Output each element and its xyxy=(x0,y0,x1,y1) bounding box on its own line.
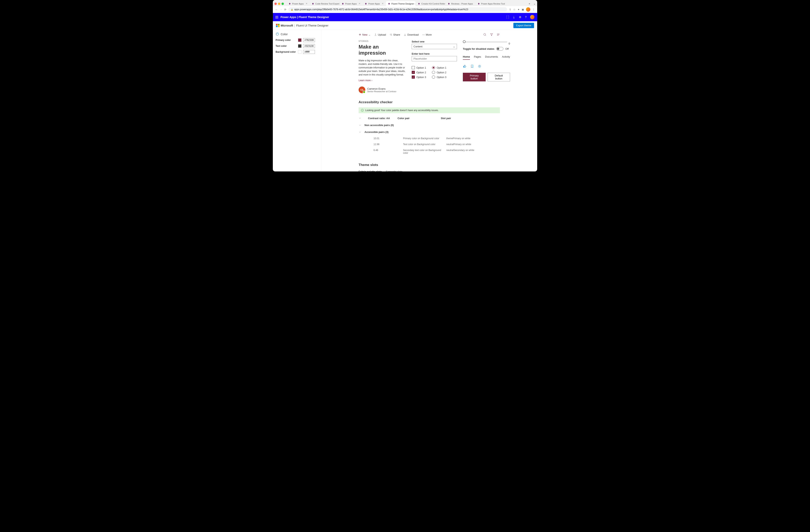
persona-name: Cameron Evans xyxy=(367,87,396,90)
bookmark-icon[interactable] xyxy=(470,65,474,68)
text-color-input[interactable] xyxy=(303,44,315,48)
pivot-tab[interactable]: Activity xyxy=(502,55,510,60)
browser-tab[interactable]: Reviews - Power Apps✕ xyxy=(446,1,475,6)
chevron-down-icon: ⌄ xyxy=(453,45,455,48)
select-dropdown[interactable]: Content ⌄ xyxy=(412,44,457,49)
default-button[interactable]: Default button xyxy=(488,73,510,81)
like-icon[interactable] xyxy=(463,65,466,68)
browser-tab[interactable]: Creator Kit Control Referen…✕ xyxy=(416,1,445,6)
macos-max[interactable] xyxy=(281,3,284,5)
browser-tab[interactable]: Fluent Theme Designer - P…✕ xyxy=(386,1,416,6)
group-accessible[interactable]: Accessible pairs (3) xyxy=(359,129,500,135)
chevron-right-icon: › xyxy=(371,79,372,82)
browser-nav-bar: ← → ⟳ 🔒 apps.powerapps.com/play/2f6b0e93… xyxy=(273,6,537,13)
menu-icon[interactable]: ⋮ xyxy=(532,8,535,11)
macos-close[interactable] xyxy=(274,3,277,5)
share-button[interactable]: Share xyxy=(389,33,400,36)
primary-button[interactable]: Primary button xyxy=(463,73,486,81)
learn-more-link[interactable]: Learn more › xyxy=(359,79,372,82)
search-icon[interactable] xyxy=(483,33,486,36)
browser-tab[interactable]: Power Apps✕ xyxy=(340,1,362,6)
pivot-tab[interactable]: Pages xyxy=(474,55,481,60)
checkmark-circle-icon xyxy=(361,109,364,112)
svg-point-5 xyxy=(361,109,363,112)
select-label: Select one xyxy=(412,40,457,43)
app-header: Microsoft | Fluent UI Theme Designer Exp… xyxy=(273,21,537,30)
waffle-icon[interactable] xyxy=(276,16,278,18)
browser-tab[interactable]: Power Apps✕ xyxy=(363,1,386,6)
chevron-down-icon: ⌄ xyxy=(369,33,371,36)
list-icon[interactable] xyxy=(497,33,500,36)
browser-tab[interactable]: Code Review Tool Experim…✕ xyxy=(310,1,339,6)
microsoft-logo: Microsoft | Fluent UI Theme Designer xyxy=(276,24,328,27)
text-color-swatch[interactable] xyxy=(298,44,302,48)
radio-option[interactable]: Option 1 xyxy=(432,66,446,69)
bookmark-icon[interactable]: ☆ xyxy=(513,8,516,11)
checkbox-option[interactable]: Option 1 xyxy=(412,66,426,69)
browser-tab[interactable]: Power Apps✕ xyxy=(287,1,309,6)
more-button[interactable]: ⋯More xyxy=(422,33,432,36)
bg-color-swatch[interactable] xyxy=(298,50,302,54)
slider[interactable] xyxy=(463,42,507,42)
theme-tab[interactable]: Fabric palette slots xyxy=(359,170,382,171)
forward-icon[interactable]: → xyxy=(280,8,282,11)
sidebar: Color Primary color Text color Backgroun… xyxy=(273,30,321,171)
pivot-tabs: Home Pages Documents Activity xyxy=(463,55,510,60)
close-icon[interactable]: ✕ xyxy=(306,2,307,5)
overline-text: STORIES xyxy=(359,40,406,42)
settings-icon[interactable]: ⚙ xyxy=(519,16,521,19)
filter-icon[interactable] xyxy=(490,33,493,36)
lock-icon: 🔒 xyxy=(291,9,293,11)
svg-point-0 xyxy=(276,33,279,35)
bg-color-input[interactable] xyxy=(303,50,315,54)
share-icon[interactable]: ⇪ xyxy=(509,8,511,11)
download-button[interactable]: Download xyxy=(404,33,419,36)
close-icon[interactable]: ✕ xyxy=(359,2,360,5)
tab-overflow-icon[interactable]: ⌄ xyxy=(533,2,536,5)
upload-icon xyxy=(374,33,377,36)
url-text: apps.powerapps.com/play/2f6b0e93-7676-40… xyxy=(294,8,468,11)
back-icon[interactable]: ← xyxy=(275,8,278,11)
profile-avatar[interactable] xyxy=(526,7,530,12)
slider-value: 0 xyxy=(509,42,510,45)
radio-option[interactable]: Option 2 xyxy=(432,71,446,74)
group-non-accessible[interactable]: Non accessible pairs (0) xyxy=(359,122,500,129)
main-content: New⌄ Upload Share Download ⋯More STORIES… xyxy=(321,30,537,171)
address-bar[interactable]: 🔒 apps.powerapps.com/play/2f6b0e93-7676-… xyxy=(288,7,507,12)
sidepanel-icon[interactable]: ▣ xyxy=(522,8,524,11)
checkbox-option[interactable]: ✓Option 2 xyxy=(412,71,426,74)
table-row: 6.46Secondary text color on Background c… xyxy=(359,147,500,156)
extensions-icon[interactable]: ✦ xyxy=(518,8,520,11)
new-button[interactable]: New⌄ xyxy=(359,33,371,36)
toggle[interactable] xyxy=(496,47,503,51)
new-tab-button[interactable]: ＋ xyxy=(526,2,532,5)
theme-tab[interactable]: Semantic slots xyxy=(386,170,402,171)
radio-option[interactable]: Option 3 xyxy=(432,76,446,79)
user-avatar[interactable] xyxy=(530,15,534,19)
checkbox-option[interactable]: ✓Option 3 xyxy=(412,76,426,79)
primary-color-input[interactable] xyxy=(303,38,315,42)
download-icon[interactable]: ⭳ xyxy=(513,16,515,19)
macos-min[interactable] xyxy=(278,3,280,5)
help-icon[interactable]: ? xyxy=(525,16,526,19)
sun-icon[interactable] xyxy=(478,65,481,68)
slider-thumb[interactable] xyxy=(463,40,466,43)
close-icon[interactable]: ✕ xyxy=(475,2,475,5)
textinput-label: Enter text here xyxy=(412,52,457,55)
upload-button[interactable]: Upload xyxy=(374,33,386,36)
chevron-down-icon[interactable] xyxy=(359,117,361,119)
primary-color-swatch[interactable] xyxy=(298,38,302,42)
reload-icon[interactable]: ⟳ xyxy=(284,8,286,11)
close-icon[interactable]: ✕ xyxy=(382,2,384,5)
text-input[interactable] xyxy=(412,56,457,61)
fit-icon[interactable]: ⛶ xyxy=(506,16,509,19)
pivot-tab[interactable]: Home xyxy=(463,55,470,60)
preview-body: Make a big impression with this clean, m… xyxy=(359,59,406,77)
theme-slots-heading: Theme slots xyxy=(359,163,500,167)
pivot-tab[interactable]: Documents xyxy=(485,55,498,60)
plus-icon xyxy=(359,33,361,36)
toggle-state: Off xyxy=(505,47,509,50)
browser-tab[interactable]: Power Apps Review Tool - …✕ xyxy=(475,1,505,6)
col-colorpair: Color pair xyxy=(398,117,437,120)
export-theme-button[interactable]: Export theme xyxy=(513,23,534,28)
